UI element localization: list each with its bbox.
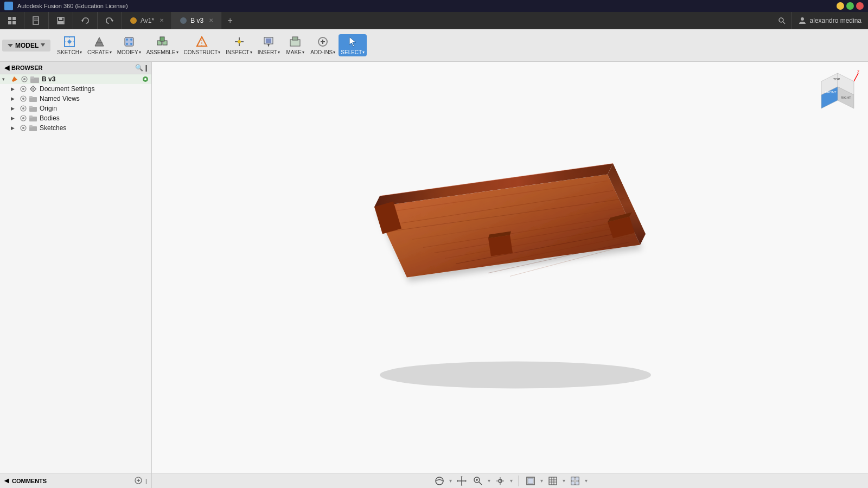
viewport[interactable]: TOP FRONT RIGHT Z [152,62,868,473]
svg-rect-129 [549,477,557,485]
bodies-folder-icon [29,114,37,122]
tab-av1-label: Av1* [141,17,154,24]
toolbar-assemble[interactable]: ASSEMBLE ▾ [144,34,181,56]
zoom-button[interactable] [471,474,484,487]
select-label: SELECT ▾ [341,49,365,55]
quick-access[interactable] [0,12,24,29]
user-panel[interactable]: alexandro medina [791,12,868,29]
toolbar-create[interactable]: CREATE ▾ [85,34,114,56]
comments-add-icon[interactable] [135,477,142,485]
svg-rect-37 [266,38,271,43]
addins-icon [316,35,329,48]
svg-point-25 [130,38,132,41]
orbit-button[interactable] [433,474,446,487]
tab-av1[interactable]: Av1* ✕ [122,12,172,29]
toolbar-inspect[interactable]: INSPECT ▾ [224,34,254,56]
tab-search[interactable] [773,12,791,29]
toolbar-insert[interactable]: INSERT ▾ [256,34,283,56]
new-tab-button[interactable]: + [221,12,239,29]
svg-text:FRONT: FRONT [825,91,837,94]
tab-bv3[interactable]: B v3 ✕ [172,12,221,29]
tab-av1-close[interactable]: ✕ [159,17,164,23]
browser-panel: ◀ BROWSER 🔍 | ▾ B v3 [0,62,152,473]
toolbar: MODEL SKETCH ▾ CREATE [0,29,868,62]
grid-button[interactable] [546,474,559,487]
toolbar-select[interactable]: SELECT ▾ [339,34,367,56]
toolbar-modify[interactable]: MODIFY ▾ [115,34,143,56]
user-name: alexandro medina [810,17,861,24]
tree-sketches[interactable]: ▶ Sketches [0,123,151,133]
svg-point-26 [126,43,128,45]
search-icon [778,17,786,24]
nav-cube[interactable]: TOP FRONT RIGHT Z [816,70,859,114]
svg-point-54 [33,88,34,90]
redo-icon [105,16,114,25]
root-extra-icon [142,75,149,83]
browser-search-icon[interactable]: 🔍 [135,64,143,72]
orbit-dropdown[interactable]: ▾ [449,478,452,484]
svg-point-24 [126,38,128,41]
svg-marker-18 [41,43,45,47]
layout-dropdown[interactable]: ▾ [585,478,588,484]
save-button[interactable] [49,12,73,29]
create-icon-row [93,35,106,48]
tree-bodies[interactable]: ▶ Bodies [0,113,151,123]
sketch-icon [63,35,76,48]
svg-line-104 [854,73,858,81]
viewport-controls: ▾ ▾ [152,473,868,488]
display-dropdown[interactable]: ▾ [540,478,543,484]
minimize-button[interactable] [837,2,844,10]
svg-rect-66 [29,106,33,108]
svg-rect-138 [576,481,579,485]
toolbar-addins[interactable]: ADD-INS ▾ [308,34,337,56]
display-mode-button[interactable] [524,474,537,487]
doc-settings-arrow: ▶ [11,86,18,92]
svg-rect-62 [29,96,33,98]
tree-document-settings[interactable]: ▶ Document Settings [0,84,151,94]
tree-root[interactable]: ▾ B v3 [0,74,151,84]
redo-button[interactable] [98,12,122,29]
modify-label: MODIFY ▾ [117,49,141,55]
toolbar-make[interactable]: MAKE ▾ [283,34,307,56]
lookat-dropdown[interactable]: ▾ [510,478,513,484]
make-label: MAKE ▾ [286,49,304,55]
svg-rect-48 [30,76,34,79]
pan-button[interactable] [455,474,468,487]
toolbar-sketch[interactable]: SKETCH ▾ [55,34,84,56]
named-views-folder-icon [29,95,37,102]
close-button[interactable] [856,2,864,10]
layout-button[interactable] [569,474,582,487]
browser-collapse-arrow[interactable]: ◀ [4,64,9,72]
tab-bv3-close[interactable]: ✕ [209,17,213,23]
tree-root-arrow: ▾ [2,76,10,82]
maximize-button[interactable] [846,2,854,10]
model-arrow-icon [41,43,45,48]
grid-dropdown[interactable]: ▾ [563,478,565,484]
insert-icon-row [262,35,275,48]
tree-origin[interactable]: ▶ Origin [0,104,151,113]
undo-button[interactable] [73,12,98,29]
bodies-eye-icon [20,114,27,122]
look-at-button[interactable] [494,474,507,487]
svg-rect-3 [12,21,16,24]
3d-model [358,137,662,399]
bodies-arrow: ▶ [11,115,18,121]
doc-icon-av1 [130,17,137,24]
svg-text:RIGHT: RIGHT [841,96,851,99]
make-icon [289,35,302,48]
svg-point-46 [23,78,25,80]
sketches-eye-icon [20,124,27,132]
svg-rect-74 [29,125,33,127]
svg-text:Z: Z [857,70,859,74]
browser-expand-icon[interactable]: | [145,64,147,72]
zoom-dropdown[interactable]: ▾ [488,478,490,484]
model-menu[interactable]: MODEL [2,40,50,52]
expand-comments-arrow[interactable]: ◀ [4,477,9,484]
model-canvas[interactable]: TOP FRONT RIGHT Z [152,62,868,473]
model-label: MODEL [15,42,39,49]
tree-named-views[interactable]: ▶ Named Views [0,94,151,104]
file-menu[interactable] [24,12,49,29]
inspect-icon-row [233,35,246,48]
toolbar-construct[interactable]: CONSTRUCT ▾ [182,34,223,56]
svg-rect-40 [292,37,298,40]
